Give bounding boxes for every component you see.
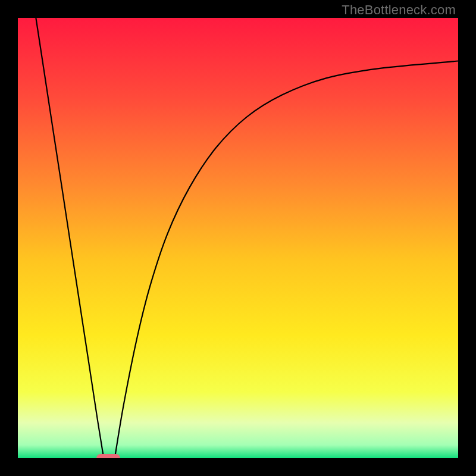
watermark-text: TheBottleneck.com — [342, 2, 456, 18]
plot-area — [18, 18, 458, 458]
optimum-marker — [96, 454, 120, 458]
curve-left-branch — [36, 18, 104, 458]
chart-frame: TheBottleneck.com — [0, 0, 476, 476]
curve-right-branch — [115, 61, 458, 458]
bottleneck-curve — [18, 18, 458, 458]
